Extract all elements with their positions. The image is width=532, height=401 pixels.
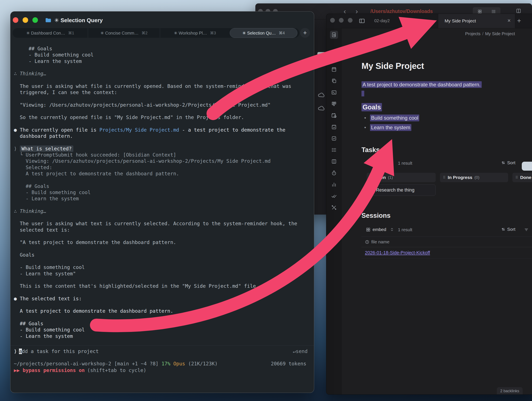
terminal-tab[interactable]: ✳ Workshop Pl…⌘3 [160,28,230,38]
terminal-tab[interactable]: ✳ Selection Qu…⌘4 [230,28,297,38]
terminal-line: - Learn the system" [14,271,312,277]
tasks-view-controls: 1 result Sort [361,159,515,167]
view-selector-chevrons-icon[interactable] [390,227,394,233]
file-search-icon[interactable] [330,31,338,39]
list-icon[interactable] [330,146,338,154]
terminal-tab[interactable]: ✳ Concise Comm…⌘2 [88,28,160,38]
list-view-icon[interactable] [491,9,496,14]
view-selector-chevrons-icon[interactable] [387,161,391,166]
terminal-icon[interactable] [330,88,338,97]
file-icon[interactable] [317,52,325,61]
terminal-line [14,302,312,308]
bar-chart-icon[interactable] [330,181,338,188]
new-tab-button[interactable]: + [517,17,521,25]
minimize-button[interactable] [339,18,344,23]
grid-icon[interactable] [330,54,338,62]
bypass-hint: (shift+tab to cycle) [87,368,146,373]
drag-handle-icon[interactable]: ⠿ [515,175,518,180]
drag-handle-icon[interactable]: ⠿ [370,175,372,180]
backlinks-badge[interactable]: 2 backlinks [497,387,523,395]
terminal-line [14,177,312,183]
tools-icon[interactable] [330,203,338,212]
kanban-icon[interactable] [330,100,338,108]
terminal-line: - Build something cool [14,52,312,58]
send-hint[interactable]: ↵send [293,349,308,354]
breadcrumb: Projects/My Side Project [361,31,515,36]
terminal-line [14,233,312,239]
close-button[interactable] [13,17,18,23]
terminal-line: - Learn the system [14,333,312,339]
terminal-line: - Learn the system [14,58,312,65]
sessions-view-controls: embed 1 result Sort [361,226,515,233]
terminal-window: ✳ Selection Query ✳ Dashboard Con…⌘1✳ Co… [10,11,314,393]
board-column-header[interactable]: ⠿In Progress(0) [440,173,508,182]
sort-icon [501,160,506,165]
input-prompt: ⟩ [14,349,17,354]
minimize-button[interactable] [23,17,28,23]
new-tab-button[interactable]: + [300,28,310,38]
board-column-header[interactable]: ⠿Done(0) [512,173,532,182]
terminal-line [14,65,312,71]
bypass-permissions-label: ▶▶ bypass permissions on [14,368,85,373]
calendar-clock-icon[interactable] [330,111,338,119]
check-square-icon[interactable] [330,134,338,142]
terminal-line [14,77,312,83]
table-header[interactable]: file name [361,237,532,247]
embed-grid-icon [366,227,371,233]
terminal-line: - Build something cool [14,327,312,333]
cloud-icon [317,104,325,113]
tab-02-day2[interactable]: 02-day2 [374,18,390,23]
sessions-table: file name 2026-01-18-Side-Project-Kickof… [361,237,532,259]
terminal-line: - Build something cool [14,264,312,271]
terminal-line [14,246,312,252]
obsidian-titlebar[interactable]: 02-day2 My Side Project × + [326,14,532,28]
terminal-line [14,258,312,264]
timer-icon[interactable] [330,169,338,177]
info-icon [365,240,369,244]
terminal-line: ## Goals [14,183,312,189]
tab-close-icon[interactable]: × [507,17,511,24]
terminal-line: The user is asking what text is currentl… [14,220,312,227]
columns-icon[interactable] [330,157,338,166]
terminal-input-row[interactable]: ⟩add a task for this project ↵send [14,349,308,355]
background-window-title: /Users/azhutov/Downloads [370,8,433,14]
goals-heading: Goals [361,103,382,111]
sessions-sort-button[interactable]: Sort [501,227,515,232]
breadcrumb-parent[interactable]: Projects [465,31,481,36]
sessions-filter-icon[interactable] [524,227,529,233]
tab-my-side-project[interactable]: My Side Project × [438,14,515,28]
terminal-line [14,139,312,145]
input-text[interactable]: dd a task for this project [22,349,99,354]
terminal-line: The user is asking what file is currentl… [14,83,312,89]
terminal-line: ● The currently open file is Projects/My… [14,127,312,133]
task-card[interactable]: Research the thing [367,184,436,196]
sidebar-toggle-icon[interactable] [359,18,365,25]
terminal-line [14,96,312,102]
close-button[interactable] [330,18,335,23]
terminal-line: triggered, I can see the context: [14,89,312,96]
sessions-view-selector[interactable]: embed [373,227,386,232]
double-check-icon[interactable] [330,192,338,200]
terminal-tab[interactable]: ✳ Dashboard Con…⌘1 [13,28,88,38]
tasks-result-count: 1 result [398,161,412,166]
breadcrumb-current[interactable]: My Side Project [485,31,515,36]
copy-icon[interactable] [330,77,338,85]
note-description: A test project to demonstrate the dashbo… [361,82,482,88]
drag-handle-icon[interactable]: ⠿ [443,175,445,180]
zoom-button[interactable] [32,17,38,23]
terminal-line: - Build something cool [14,189,312,196]
zoom-button[interactable] [348,18,353,23]
calendar-icon[interactable] [330,65,338,73]
git-status: [main +1 ~4 ?8] [114,361,158,366]
terminal-line: ∴ Thinking… [14,208,312,214]
goal-item: •Learn the system [364,123,419,132]
session-link[interactable]: 2026-01-18-Side-Project-Kickoff [365,250,430,256]
sessions-heading: Sessions [361,212,391,220]
toolbar-columns-icon[interactable] [516,8,521,14]
tasks-sort-button[interactable]: Sort [501,160,515,165]
terminal-permissions-bar: ▶▶ bypass permissions on(shift+tab to cy… [14,368,146,374]
cwd-path: ~/projects/personal-ai-workshop-2 [14,361,111,366]
board-column-header[interactable]: ⠿Open(1) [367,173,436,182]
calendar-check-icon[interactable] [330,123,338,131]
grid-view-icon[interactable] [477,9,482,14]
